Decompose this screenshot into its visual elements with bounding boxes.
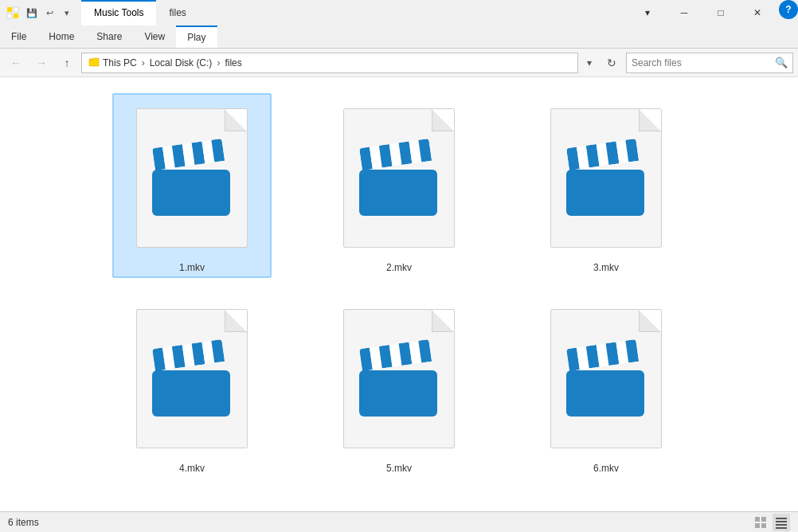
search-icon[interactable]: 🔍 <box>775 57 788 68</box>
doc-fold <box>639 310 661 332</box>
file-item[interactable]: 3.mkv <box>526 93 686 278</box>
app-icon <box>6 6 19 19</box>
address-bar: ← → ↑ This PC › Local Disk (C:) › files … <box>0 49 798 77</box>
address-dropdown-btn[interactable]: ▾ <box>581 53 597 73</box>
file-item[interactable]: 1.mkv <box>112 93 272 278</box>
file-icon-wrapper <box>542 98 670 257</box>
maximize-button[interactable]: □ <box>702 0 739 25</box>
refresh-button[interactable]: ↻ <box>600 53 623 73</box>
file-label: 6.mkv <box>593 463 619 474</box>
file-icon-wrapper <box>542 299 670 458</box>
ribbon-tabs-row: Music Tools files <box>81 0 629 25</box>
file-icon-wrapper <box>335 299 463 458</box>
status-bar: 6 items <box>0 511 798 532</box>
details-view-btn[interactable] <box>773 514 790 531</box>
breadcrumb-thispc[interactable]: This PC <box>103 57 137 68</box>
doc-shape <box>550 108 662 248</box>
doc-fold <box>639 109 661 131</box>
breadcrumb-files[interactable]: files <box>225 57 241 68</box>
mkv-icon <box>152 349 232 417</box>
svg-rect-1 <box>14 7 18 12</box>
mkv-icon <box>359 148 439 216</box>
svg-rect-11 <box>776 524 787 526</box>
chevron-down-btn[interactable]: ▾ <box>629 0 666 25</box>
svg-rect-4 <box>89 59 99 66</box>
back-button[interactable]: ← <box>5 53 27 73</box>
file-icon-wrapper <box>128 98 256 257</box>
doc-fold <box>432 109 454 131</box>
close-button[interactable]: ✕ <box>739 0 776 25</box>
svg-rect-9 <box>776 518 787 519</box>
mkv-icon <box>359 349 439 417</box>
doc-shape <box>550 309 662 448</box>
file-item[interactable]: 6.mkv <box>526 294 686 479</box>
doc-fold <box>225 310 247 332</box>
minimize-button[interactable]: ─ <box>666 0 702 25</box>
mkv-icon <box>152 148 232 216</box>
ribbon-tab-view[interactable]: View <box>133 25 176 48</box>
svg-rect-2 <box>7 14 12 18</box>
svg-rect-3 <box>14 14 18 18</box>
file-area: 1.mkv <box>0 77 798 511</box>
forward-button[interactable]: → <box>30 53 53 73</box>
large-icon-view-btn[interactable] <box>752 514 769 531</box>
search-box[interactable]: 🔍 <box>626 53 793 73</box>
save-qs-btn[interactable]: 💾 <box>24 5 40 21</box>
file-icon-wrapper <box>128 299 256 458</box>
doc-fold <box>225 109 247 131</box>
view-controls <box>752 514 790 531</box>
ribbon-tab-file[interactable]: File <box>0 25 37 48</box>
breadcrumb-localdisk[interactable]: Local Disk (C:) <box>150 57 213 68</box>
svg-rect-8 <box>761 523 766 528</box>
up-button[interactable]: ↑ <box>56 53 78 73</box>
quick-access-toolbar: 💾 ↩ ▾ <box>24 5 75 21</box>
doc-fold <box>432 310 454 332</box>
svg-rect-0 <box>7 7 12 12</box>
doc-shape <box>343 309 455 448</box>
ribbon: File Home Share View Play <box>0 25 798 49</box>
ribbon-tab-list: File Home Share View Play <box>0 25 798 48</box>
files-grid: 1.mkv <box>13 85 785 487</box>
address-path[interactable]: This PC › Local Disk (C:) › files <box>81 53 578 73</box>
doc-shape <box>136 108 248 248</box>
svg-rect-10 <box>776 521 787 522</box>
file-label: 1.mkv <box>179 262 205 273</box>
ribbon-tab-home[interactable]: Home <box>37 25 85 48</box>
help-button[interactable]: ? <box>779 0 798 19</box>
file-item[interactable]: 2.mkv <box>319 93 479 278</box>
svg-rect-7 <box>755 523 760 528</box>
title-bar-left: 💾 ↩ ▾ <box>0 0 81 25</box>
doc-shape <box>343 108 455 248</box>
file-label: 3.mkv <box>593 262 619 273</box>
svg-rect-6 <box>761 517 766 522</box>
file-label: 2.mkv <box>386 262 412 273</box>
mkv-icon <box>566 349 646 417</box>
ribbon-tab-music-tools[interactable]: Music Tools <box>81 0 156 25</box>
search-input[interactable] <box>632 57 772 68</box>
file-label: 5.mkv <box>386 463 412 474</box>
file-icon-wrapper <box>335 98 463 257</box>
mkv-icon <box>566 148 646 216</box>
doc-shape <box>136 309 248 448</box>
window-title: files <box>156 0 198 25</box>
svg-rect-12 <box>776 527 787 529</box>
item-count: 6 items <box>8 517 39 528</box>
svg-rect-5 <box>755 517 760 522</box>
ribbon-tab-play[interactable]: Play <box>176 25 217 48</box>
file-item[interactable]: 4.mkv <box>112 294 272 479</box>
qs-dropdown-btn[interactable]: ▾ <box>59 5 75 21</box>
window-controls: ▾ ─ □ ✕ ? <box>629 0 798 25</box>
undo-qs-btn[interactable]: ↩ <box>41 5 57 21</box>
path-icon <box>88 56 100 69</box>
main-content: 1.mkv <box>0 77 798 511</box>
file-label: 4.mkv <box>179 463 205 474</box>
ribbon-tab-share[interactable]: Share <box>85 25 133 48</box>
title-bar: 💾 ↩ ▾ Music Tools files ▾ ─ □ ✕ ? <box>0 0 798 25</box>
file-item[interactable]: 5.mkv <box>319 294 479 479</box>
